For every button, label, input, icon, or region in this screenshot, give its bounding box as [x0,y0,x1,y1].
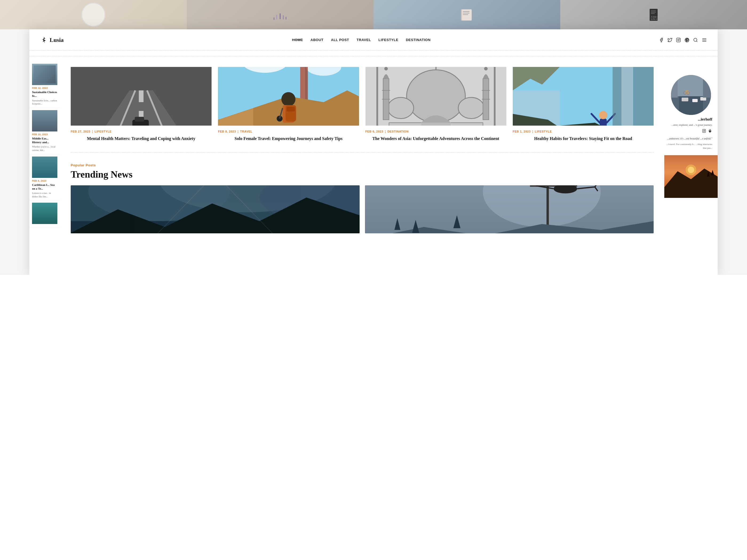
svg-point-44 [281,92,295,106]
sidebar-post-1-title: Sustainable Choices fo... [32,90,57,98]
top-img-book: A little space to be creative [560,0,747,29]
svg-rect-109 [692,99,698,102]
sidebar-post-3-title: Caribbean I... Sea on a Tr... [32,183,57,191]
article-card-4[interactable]: FEB 1, 2023 ¦ LIFESTYLE Healthy Habits f… [513,67,654,141]
pinterest-icon[interactable] [685,37,689,43]
article-title-1: Mental Health Matters: Traveling and Cop… [71,136,211,141]
article-sep-2: ¦ [238,130,239,133]
author-name: ...ierhoff [664,117,718,122]
svg-rect-115 [703,78,711,98]
sidebar-post-1-excerpt: Sustainable livin... carbon footprint... [32,99,57,106]
article-sep-1: ¦ [92,130,93,133]
trending-grid [71,185,654,233]
article-card-3[interactable]: FEB 6, 2023 ¦ DESTINATION The Wonders of… [365,67,506,141]
article-grid: FEB 27, 2023 ¦ LIFESTYLE Mental Health M… [71,61,654,147]
nav-item-lifestyle[interactable]: LIFESTYLE [379,38,398,42]
logo[interactable]: Lusia [40,36,64,44]
article-sep-4: ¦ [532,130,533,133]
author-quote: ...unknown; it's ...ost beautiful ...s u… [664,136,718,140]
article-img-2 [218,67,359,126]
author-circle-img [671,75,711,115]
nav-item-travel[interactable]: TRAVEL [357,38,371,42]
svg-point-58 [484,67,487,71]
layout-wrapper: FEB 12, 2023 Sustainable Choices fo... S… [29,61,718,275]
svg-point-17 [678,39,679,41]
article-img-1 [71,67,211,126]
book-icon: A little space to be creative [648,7,659,22]
article-sep-3: ¦ [385,130,386,133]
trending-label: Popular Posts [71,163,654,167]
trending-card-2[interactable] [365,185,654,233]
author-instagram-icon[interactable] [702,129,706,134]
svg-rect-72 [600,119,607,126]
article-cat-3: DESTINATION [387,130,408,133]
article-cat-4: LIFESTYLE [535,130,552,133]
site-header: Lusia HOME ABOUT ALL POST TRAVEL LIFESTY… [29,29,718,51]
sidebar-post-3[interactable]: FEB 8, 2023 Caribbean I... Sea on a Tr..… [29,154,60,201]
facebook-icon[interactable] [659,37,664,43]
sidebar-post-1[interactable]: FEB 12, 2023 Sustainable Choices fo... S… [29,61,60,108]
sidebar-post-2-excerpt: Whether you're a... local cuisine, hik..… [32,145,57,152]
svg-rect-2 [280,14,281,19]
nav-item-home[interactable]: HOME [292,38,303,42]
svg-rect-116 [702,129,706,133]
svg-rect-108 [681,98,688,101]
top-img-food [0,0,187,29]
article-meta-4: FEB 1, 2023 ¦ LIFESTYLE [513,130,654,133]
nav-item-allpost[interactable]: ALL POST [331,38,349,42]
svg-point-19 [694,38,697,41]
sidebar-post-4[interactable] [29,201,60,228]
svg-point-54 [458,97,484,118]
menu-icon[interactable] [702,37,707,43]
top-img-flowers [187,0,374,29]
svg-point-53 [388,97,413,118]
svg-rect-7 [463,13,469,14]
article-title-3: The Wonders of Asia: Unforgettable Adven… [365,136,506,141]
article-card-2[interactable]: FEB 8, 2023 ¦ TRAVEL Solo Female Travel:… [218,67,359,141]
article-meta-1: FEB 27, 2023 ¦ LIFESTYLE [71,130,211,133]
svg-point-124 [688,167,694,173]
logo-text: Lusia [50,36,64,44]
trending-card-1[interactable] [71,185,360,233]
svg-rect-12 [651,12,656,12]
article-title-2: Solo Female Travel: Empowering Journeys … [218,136,359,141]
svg-rect-60 [421,123,450,126]
svg-point-117 [703,130,705,132]
svg-rect-6 [463,11,469,12]
header-divider [29,56,718,56]
main-content: FEB 27, 2023 ¦ LIFESTYLE Mental Health M… [60,61,664,275]
right-sidebar-img [664,155,718,198]
right-sidebar: ...ierhoff ...erer, explorer, and ...'s … [664,61,718,275]
nav-item-about[interactable]: ABOUT [311,38,324,42]
article-date-2: FEB 8, 2023 [218,130,236,133]
header-icons [659,37,707,43]
svg-point-73 [599,111,607,119]
nav-item-destination[interactable]: DESTINATION [406,38,431,42]
search-icon[interactable] [693,37,698,43]
author-bio: ...f travel. I've consistently b... ...f… [664,143,718,150]
trending-section: Popular Posts Trending News [71,158,654,241]
sidebar-post-2-title: Middle Eas... History and... [32,136,57,144]
svg-rect-0 [274,17,275,20]
logo-icon [40,36,48,44]
article-card-1[interactable]: FEB 27, 2023 ¦ LIFESTYLE Mental Health M… [71,67,211,141]
article-date-3: FEB 6, 2023 [365,130,383,133]
sidebar-post-2[interactable]: FEB 10, 2023 Middle Eas... History and..… [29,108,60,154]
plate-illustration [81,3,105,27]
svg-rect-8 [463,15,468,15]
svg-rect-16 [676,38,680,42]
author-pinterest-icon[interactable] [709,129,712,134]
svg-rect-11 [651,11,656,11]
svg-rect-79 [621,67,633,126]
article-meta-3: FEB 6, 2023 ¦ DESTINATION [365,130,506,133]
content-panel: Lusia HOME ABOUT ALL POST TRAVEL LIFESTY… [29,29,718,275]
svg-line-20 [696,41,697,42]
notebook-icon [459,8,475,21]
instagram-icon[interactable] [676,37,681,43]
svg-rect-3 [283,15,284,20]
article-title-4: Healthy Habits for Travelers: Staying Fi… [513,136,654,141]
trending-title: Trending News [71,169,654,180]
twitter-icon[interactable] [668,37,672,43]
top-images-row: A little space to be creative [0,0,747,29]
svg-rect-47 [287,107,295,112]
